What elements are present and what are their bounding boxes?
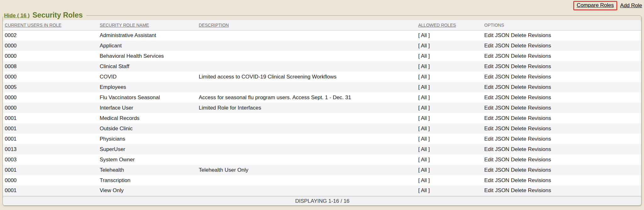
edit-link[interactable]: Edit <box>484 136 493 142</box>
role-name-cell: Outside Clinic <box>98 123 197 134</box>
revisions-link[interactable]: Revisions <box>528 94 551 100</box>
column-header-current-users-in-role[interactable]: CURRENT USERS IN ROLE <box>3 20 98 30</box>
edit-link[interactable]: Edit <box>484 187 493 193</box>
displaying-status: DISPLAYING 1-16 / 16 <box>3 196 641 206</box>
revisions-link[interactable]: Revisions <box>528 43 551 49</box>
revisions-link[interactable]: Revisions <box>528 84 551 90</box>
revisions-link[interactable]: Revisions <box>528 115 551 121</box>
security-roles-table: CURRENT USERS IN ROLESECURITY ROLE NAMED… <box>3 20 641 206</box>
delete-link[interactable]: Delete <box>511 53 526 59</box>
column-header-security-role-name[interactable]: SECURITY ROLE NAME <box>98 20 197 30</box>
revisions-link[interactable]: Revisions <box>528 32 551 38</box>
revisions-link[interactable]: Revisions <box>528 53 551 59</box>
revisions-link[interactable]: Revisions <box>528 136 551 142</box>
edit-link[interactable]: Edit <box>484 126 493 132</box>
compare-roles-link[interactable]: Compare Roles <box>577 2 614 8</box>
table-row: 0008Clinical Staff[ All ]EditJSONDeleteR… <box>3 61 641 72</box>
delete-link[interactable]: Delete <box>511 126 526 132</box>
revisions-link[interactable]: Revisions <box>528 63 551 69</box>
role-name-cell: Flu Vaccinators Seasonal <box>98 92 197 103</box>
delete-link[interactable]: Delete <box>511 84 526 90</box>
role-name-cell: Clinical Staff <box>98 61 197 72</box>
revisions-link[interactable]: Revisions <box>528 167 551 173</box>
edit-link[interactable]: Edit <box>484 63 493 69</box>
table-row: 0003System Owner[ All ]EditJSONDeleteRev… <box>3 154 641 165</box>
edit-link[interactable]: Edit <box>484 105 493 111</box>
revisions-link[interactable]: Revisions <box>528 105 551 111</box>
revisions-link[interactable]: Revisions <box>528 187 551 193</box>
description-cell: Telehealth User Only <box>197 165 416 175</box>
column-header-label[interactable]: SECURITY ROLE NAME <box>100 23 149 28</box>
delete-link[interactable]: Delete <box>511 43 526 49</box>
delete-link[interactable]: Delete <box>511 167 526 173</box>
description-cell: Limited access to COVID-19 Clinical Scre… <box>197 72 416 82</box>
json-link[interactable]: JSON <box>495 146 509 152</box>
column-header-description[interactable]: DESCRIPTION <box>197 20 416 30</box>
delete-link[interactable]: Delete <box>511 74 526 80</box>
edit-link[interactable]: Edit <box>484 146 493 152</box>
json-link[interactable]: JSON <box>495 53 509 59</box>
json-link[interactable]: JSON <box>495 94 509 100</box>
add-role-link[interactable]: Add Role <box>620 3 642 9</box>
edit-link[interactable]: Edit <box>484 43 493 49</box>
json-link[interactable]: JSON <box>495 84 509 90</box>
json-link[interactable]: JSON <box>495 74 509 80</box>
options-cell: EditJSONDeleteRevisions <box>482 92 641 103</box>
json-link[interactable]: JSON <box>495 63 509 69</box>
edit-link[interactable]: Edit <box>484 177 493 183</box>
revisions-link[interactable]: Revisions <box>528 126 551 132</box>
description-cell <box>197 82 416 92</box>
allowed-roles-cell: [ All ] <box>416 103 482 113</box>
table-row: 0000Interface UserLimited Role for Inter… <box>3 103 641 113</box>
delete-link[interactable]: Delete <box>511 157 526 163</box>
edit-link[interactable]: Edit <box>484 115 493 121</box>
delete-link[interactable]: Delete <box>511 136 526 142</box>
json-link[interactable]: JSON <box>495 126 509 132</box>
column-header-label[interactable]: CURRENT USERS IN ROLE <box>5 23 61 28</box>
role-name-cell: System Owner <box>98 154 197 165</box>
allowed-roles-cell: [ All ] <box>416 113 482 123</box>
description-cell: Limited Role for Interfaces <box>197 103 416 113</box>
edit-link[interactable]: Edit <box>484 32 493 38</box>
options-cell: EditJSONDeleteRevisions <box>482 82 641 92</box>
edit-link[interactable]: Edit <box>484 84 493 90</box>
delete-link[interactable]: Delete <box>511 32 526 38</box>
delete-link[interactable]: Delete <box>511 115 526 121</box>
column-header-label[interactable]: ALLOWED ROLES <box>418 23 456 28</box>
json-link[interactable]: JSON <box>495 187 509 193</box>
column-header-allowed-roles[interactable]: ALLOWED ROLES <box>416 20 482 30</box>
options-cell: EditJSONDeleteRevisions <box>482 175 641 186</box>
edit-link[interactable]: Edit <box>484 167 493 173</box>
json-link[interactable]: JSON <box>495 43 509 49</box>
json-link[interactable]: JSON <box>495 157 509 163</box>
json-link[interactable]: JSON <box>495 115 509 121</box>
table-row: 0000Applicant[ All ]EditJSONDeleteRevisi… <box>3 40 641 51</box>
options-cell: EditJSONDeleteRevisions <box>482 72 641 82</box>
delete-link[interactable]: Delete <box>511 187 526 193</box>
table-row: 0001Physicians[ All ]EditJSONDeleteRevis… <box>3 134 641 144</box>
json-link[interactable]: JSON <box>495 105 509 111</box>
users-cell: 0001 <box>3 113 98 123</box>
edit-link[interactable]: Edit <box>484 74 493 80</box>
delete-link[interactable]: Delete <box>511 146 526 152</box>
edit-link[interactable]: Edit <box>484 94 493 100</box>
description-cell <box>197 61 416 72</box>
revisions-link[interactable]: Revisions <box>528 74 551 80</box>
edit-link[interactable]: Edit <box>484 53 493 59</box>
delete-link[interactable]: Delete <box>511 105 526 111</box>
delete-link[interactable]: Delete <box>511 63 526 69</box>
json-link[interactable]: JSON <box>495 167 509 173</box>
hide-toggle-link[interactable]: Hide ( 16 ) <box>4 13 30 19</box>
json-link[interactable]: JSON <box>495 136 509 142</box>
delete-link[interactable]: Delete <box>511 94 526 100</box>
revisions-link[interactable]: Revisions <box>528 146 551 152</box>
edit-link[interactable]: Edit <box>484 157 493 163</box>
revisions-link[interactable]: Revisions <box>528 177 551 183</box>
role-name-cell: Medical Records <box>98 113 197 123</box>
column-header-label[interactable]: DESCRIPTION <box>199 23 229 28</box>
revisions-link[interactable]: Revisions <box>528 157 551 163</box>
delete-link[interactable]: Delete <box>511 177 526 183</box>
json-link[interactable]: JSON <box>495 32 509 38</box>
json-link[interactable]: JSON <box>495 177 509 183</box>
users-cell: 0001 <box>3 186 98 196</box>
